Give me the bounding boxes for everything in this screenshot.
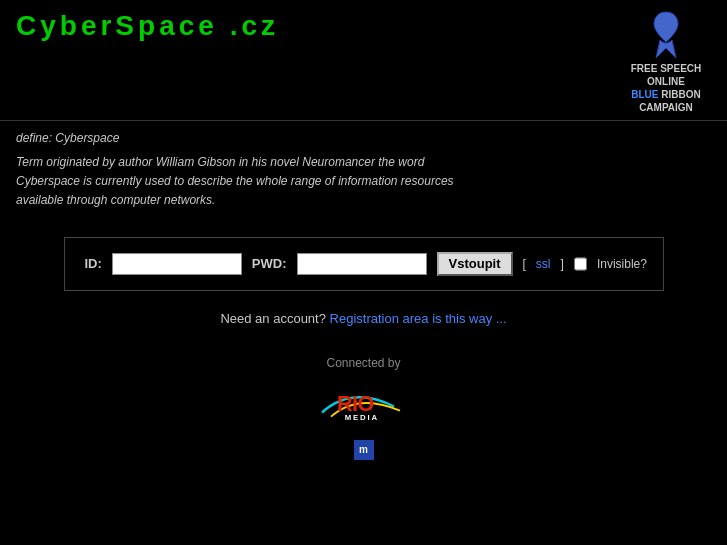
- pwd-input[interactable]: [297, 253, 427, 275]
- ribbon-icon: [652, 10, 680, 60]
- define-label: define: Cyberspace: [16, 131, 711, 145]
- footer-section: Connected by RIO MEDIA m: [0, 356, 727, 460]
- registration-link[interactable]: Registration area is this way ...: [330, 311, 507, 326]
- id-input[interactable]: [112, 253, 242, 275]
- header: CyberSpace .cz FREE SPEECH ONLINE BLUE R…: [0, 0, 727, 121]
- login-section: ID: PWD: Vstoupit [ ssl ] Invisible?: [64, 237, 664, 291]
- invisible-label: Invisible?: [597, 257, 647, 271]
- svg-text:MEDIA: MEDIA: [344, 413, 378, 422]
- id-label: ID:: [85, 256, 102, 271]
- pwd-label: PWD:: [252, 256, 287, 271]
- definition-text: Term originated by author William Gibson…: [16, 153, 476, 211]
- registration-row: Need an account? Registration area is th…: [0, 311, 727, 326]
- site-title: CyberSpace .cz: [16, 10, 279, 42]
- vstoupit-button[interactable]: Vstoupit: [437, 252, 513, 276]
- login-row: ID: PWD: Vstoupit [ ssl ] Invisible?: [85, 252, 643, 276]
- registration-prompt: Need an account?: [220, 311, 326, 326]
- ribbon-area: FREE SPEECH ONLINE BLUE RIBBON CAMPAIGN: [621, 10, 711, 114]
- ssl-bracket-open: [: [523, 257, 526, 271]
- ssl-bracket-close: ]: [561, 257, 564, 271]
- invisible-checkbox[interactable]: [574, 257, 587, 271]
- rio-media-logo: RIO MEDIA: [304, 376, 424, 431]
- ssl-link[interactable]: ssl: [536, 257, 551, 271]
- connected-by-label: Connected by: [0, 356, 727, 370]
- ribbon-text: FREE SPEECH ONLINE BLUE RIBBON CAMPAIGN: [631, 62, 702, 114]
- define-section: define: Cyberspace Term originated by au…: [0, 121, 727, 217]
- svg-text:RIO: RIO: [337, 390, 374, 415]
- footer-icon: m: [354, 440, 374, 460]
